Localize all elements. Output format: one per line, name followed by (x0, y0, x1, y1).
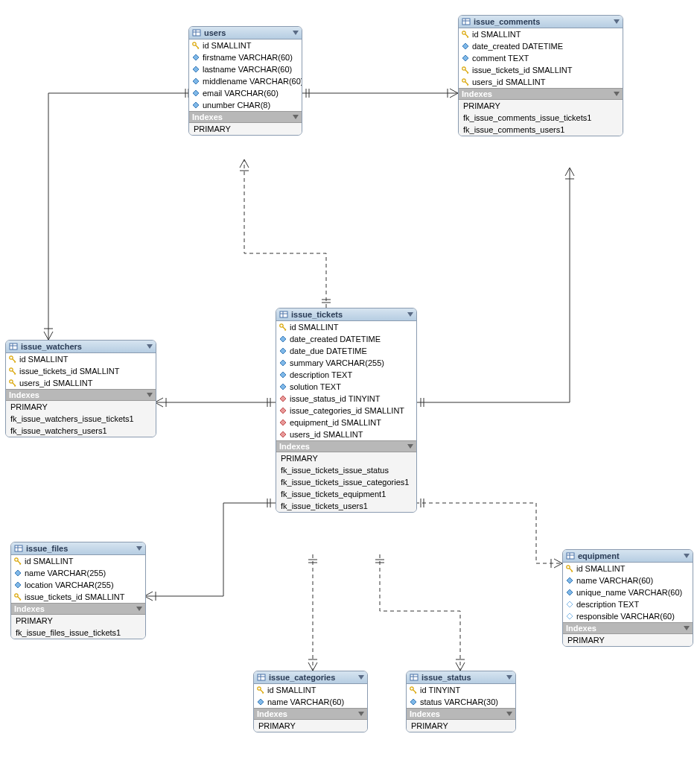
columns-list: id SMALLINTname VARCHAR(255)location VAR… (11, 555, 145, 603)
column-row[interactable]: id TINYINT (407, 684, 515, 696)
column-row[interactable]: unique_name VARCHAR(60) (563, 586, 693, 598)
table-issue-files[interactable]: issue_files id SMALLINTname VARCHAR(255)… (10, 542, 146, 639)
column-row[interactable]: equipment_id SMALLINT (276, 417, 416, 428)
column-row[interactable]: id SMALLINT (11, 555, 145, 567)
table-issue-status[interactable]: issue_status id TINYINTstatus VARCHAR(30… (406, 671, 516, 732)
collapse-icon[interactable] (614, 92, 620, 96)
index-row[interactable]: PRIMARY (11, 615, 145, 627)
column-row[interactable]: users_id SMALLINT (459, 76, 623, 88)
column-row[interactable]: responsible VARCHAR(60) (563, 610, 693, 622)
table-issue-tickets[interactable]: issue_tickets id SMALLINTdate_created DA… (276, 308, 417, 513)
index-row[interactable]: fk_issue_tickets_issue_categories1 (276, 476, 416, 488)
index-row[interactable]: fk_issue_comments_issue_tickets1 (459, 112, 623, 124)
table-issue-watchers[interactable]: issue_watchers id SMALLINTissue_tickets_… (5, 340, 156, 437)
table-issue-comments[interactable]: issue_comments id SMALLINTdate_created D… (458, 15, 623, 136)
collapse-icon[interactable] (506, 712, 512, 716)
column-text: description TEXT (576, 600, 639, 609)
collapse-icon[interactable] (358, 675, 364, 680)
indexes-header[interactable]: Indexes (459, 88, 623, 100)
key-icon (462, 78, 469, 86)
column-row[interactable]: lastname VARCHAR(60) (189, 63, 302, 75)
column-row[interactable]: users_id SMALLINT (276, 428, 416, 440)
column-row[interactable]: issue_status_id TINYINT (276, 393, 416, 405)
column-row[interactable]: issue_tickets_id SMALLINT (6, 365, 156, 377)
column-text: date_created DATETIME (472, 42, 563, 51)
column-row[interactable]: unumber CHAR(8) (189, 99, 302, 111)
table-title[interactable]: issue_categories (254, 671, 367, 684)
indexes-header[interactable]: Indexes (11, 603, 145, 615)
index-row[interactable]: PRIMARY (189, 123, 302, 135)
column-row[interactable]: issue_tickets_id SMALLINT (11, 591, 145, 603)
column-row[interactable]: solution TEXT (276, 381, 416, 393)
index-row[interactable]: PRIMARY (407, 720, 515, 732)
table-users[interactable]: users id SMALLINTfirstname VARCHAR(60)la… (188, 26, 302, 136)
indexes-header[interactable]: Indexes (254, 708, 367, 720)
index-row[interactable]: fk_issue_comments_users1 (459, 124, 623, 136)
collapse-icon[interactable] (293, 115, 299, 119)
collapse-icon[interactable] (293, 31, 299, 35)
column-row[interactable]: id SMALLINT (189, 39, 302, 51)
column-row[interactable]: id SMALLINT (459, 28, 623, 40)
index-row[interactable]: PRIMARY (254, 720, 367, 732)
collapse-icon[interactable] (684, 554, 690, 558)
table-issue-categories[interactable]: issue_categories id SMALLINTname VARCHAR… (253, 671, 368, 732)
column-row[interactable]: id SMALLINT (276, 321, 416, 333)
indexes-header[interactable]: Indexes (563, 622, 693, 634)
column-row[interactable]: date_created DATETIME (459, 40, 623, 52)
index-row[interactable]: fk_issue_watchers_users1 (6, 425, 156, 437)
column-row[interactable]: date_due DATETIME (276, 345, 416, 357)
table-title[interactable]: issue_comments (459, 16, 623, 28)
collapse-icon[interactable] (136, 546, 142, 551)
column-row[interactable]: email VARCHAR(60) (189, 87, 302, 99)
collapse-icon[interactable] (506, 675, 512, 680)
column-row[interactable]: comment TEXT (459, 52, 623, 64)
indexes-header[interactable]: Indexes (189, 111, 302, 123)
column-row[interactable]: id SMALLINT (563, 563, 693, 575)
table-title[interactable]: issue_watchers (6, 341, 156, 353)
column-row[interactable]: id SMALLINT (6, 353, 156, 365)
index-row[interactable]: fk_issue_tickets_users1 (276, 500, 416, 512)
indexes-header[interactable]: Indexes (407, 708, 515, 720)
column-row[interactable]: middlename VARCHAR(60) (189, 75, 302, 87)
column-row[interactable]: name VARCHAR(255) (11, 567, 145, 579)
column-row[interactable]: id SMALLINT (254, 684, 367, 696)
index-row[interactable]: fk_issue_tickets_issue_status (276, 464, 416, 476)
column-row[interactable]: issue_tickets_id SMALLINT (459, 64, 623, 76)
column-row[interactable]: name VARCHAR(60) (254, 696, 367, 708)
column-row[interactable]: description TEXT (563, 598, 693, 610)
collapse-icon[interactable] (147, 344, 153, 349)
indexes-header[interactable]: Indexes (276, 440, 416, 452)
collapse-icon[interactable] (407, 312, 413, 317)
index-row[interactable]: fk_issue_watchers_issue_tickets1 (6, 413, 156, 425)
collapse-icon[interactable] (684, 626, 690, 630)
collapse-icon[interactable] (614, 19, 620, 24)
collapse-icon[interactable] (147, 393, 153, 397)
collapse-icon[interactable] (136, 607, 142, 611)
svg-line-77 (261, 690, 264, 694)
column-row[interactable]: location VARCHAR(255) (11, 579, 145, 591)
index-row[interactable]: PRIMARY (459, 100, 623, 112)
column-text: id SMALLINT (472, 30, 521, 39)
column-row[interactable]: users_id SMALLINT (6, 377, 156, 389)
collapse-icon[interactable] (407, 444, 413, 449)
column-row[interactable]: status VARCHAR(30) (407, 696, 515, 708)
index-row[interactable]: PRIMARY (6, 401, 156, 413)
column-row[interactable]: description TEXT (276, 369, 416, 381)
table-title[interactable]: issue_tickets (276, 308, 416, 321)
column-row[interactable]: firstname VARCHAR(60) (189, 51, 302, 63)
index-row[interactable]: fk_issue_tickets_equipment1 (276, 488, 416, 500)
table-title[interactable]: issue_status (407, 671, 515, 684)
column-row[interactable]: date_created DATETIME (276, 333, 416, 345)
index-row[interactable]: PRIMARY (276, 452, 416, 464)
table-equipment[interactable]: equipment id SMALLINTname VARCHAR(60)uni… (562, 549, 693, 647)
column-row[interactable]: issue_categories_id SMALLINT (276, 405, 416, 417)
index-row[interactable]: fk_issue_files_issue_tickets1 (11, 627, 145, 639)
column-row[interactable]: name VARCHAR(60) (563, 575, 693, 586)
collapse-icon[interactable] (358, 712, 364, 716)
column-row[interactable]: summary VARCHAR(255) (276, 357, 416, 369)
table-title-users[interactable]: users (189, 27, 302, 39)
table-title[interactable]: issue_files (11, 542, 145, 555)
indexes-header[interactable]: Indexes (6, 389, 156, 401)
index-row[interactable]: PRIMARY (563, 634, 693, 646)
table-title[interactable]: equipment (563, 550, 693, 563)
